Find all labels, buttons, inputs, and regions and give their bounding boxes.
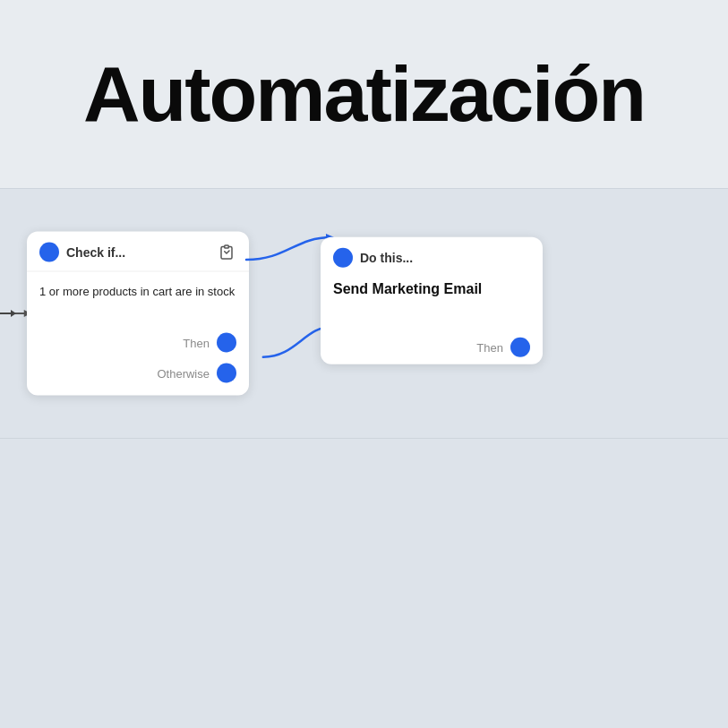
do-this-then-row: Then [321, 330, 543, 364]
otherwise-label: Otherwise [157, 366, 210, 380]
check-if-dot [39, 243, 59, 262]
otherwise-dot[interactable] [217, 364, 236, 383]
do-this-header: Do this... [321, 237, 543, 277]
do-this-action: Send Marketing Email [321, 277, 543, 330]
do-this-header-left: Do this... [333, 248, 413, 268]
check-if-node[interactable]: Check if... 1 or more products in cart a… [27, 232, 249, 396]
bottom-section [0, 439, 728, 728]
svg-rect-5 [225, 245, 229, 248]
do-this-dot [333, 248, 353, 268]
check-if-header: Check if... [27, 232, 249, 272]
then-label: Then [183, 336, 210, 349]
clipboard-icon [217, 243, 236, 262]
automation-canvas[interactable]: Check if... 1 or more products in cart a… [0, 188, 728, 439]
do-this-then-dot[interactable] [510, 338, 530, 357]
page-wrapper: Automatización [0, 0, 728, 728]
then-dot[interactable] [217, 333, 236, 353]
do-this-label: Do this... [360, 251, 413, 265]
header-section: Automatización [0, 0, 728, 188]
entry-arrow [0, 310, 16, 317]
page-title: Automatización [83, 55, 645, 133]
check-if-header-left: Check if... [39, 243, 125, 262]
check-if-body: 1 or more products in cart are in stock [27, 272, 249, 326]
do-this-node[interactable]: Do this... Send Marketing Email Then [321, 237, 543, 364]
check-if-otherwise-row: Otherwise [27, 360, 249, 396]
check-if-label: Check if... [66, 245, 125, 260]
do-this-then-label: Then [476, 340, 503, 354]
check-if-then-row: Then [27, 326, 249, 360]
